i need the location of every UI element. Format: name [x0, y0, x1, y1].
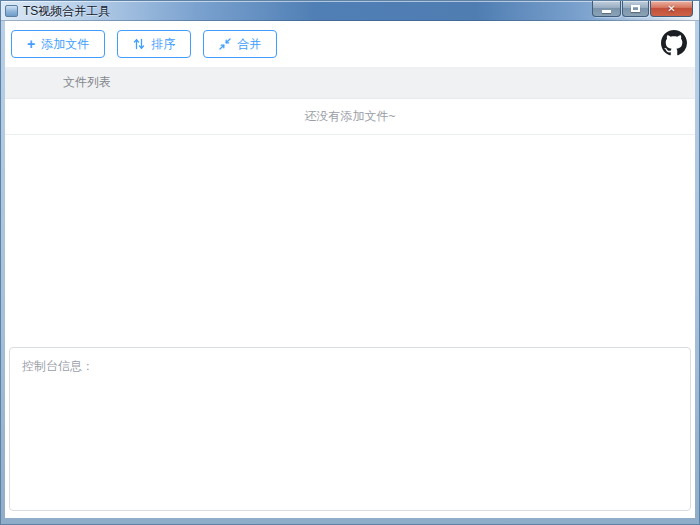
add-files-label: 添加文件: [41, 38, 89, 50]
file-list-area: [5, 135, 695, 347]
merge-label: 合并: [237, 38, 261, 50]
maximize-icon: [631, 5, 640, 12]
maximize-button[interactable]: [622, 1, 649, 17]
titlebar[interactable]: TS视频合并工具 ✕: [1, 1, 699, 21]
window-title: TS视频合并工具: [23, 3, 110, 20]
sort-label: 排序: [151, 38, 175, 50]
close-button[interactable]: ✕: [650, 1, 693, 17]
app-window: TS视频合并工具 ✕ + 添加文件: [0, 0, 700, 525]
app-content: + 添加文件 排序 合并: [5, 21, 695, 518]
sort-icon: [133, 38, 145, 50]
toolbar: + 添加文件 排序 合并: [5, 21, 695, 67]
sort-button[interactable]: 排序: [117, 30, 191, 58]
merge-button[interactable]: 合并: [203, 30, 277, 58]
github-icon: [661, 30, 687, 56]
file-list-empty-text: 还没有添加文件~: [304, 108, 395, 125]
file-list-header-label: 文件列表: [63, 74, 111, 91]
github-link[interactable]: [661, 30, 687, 56]
console-box[interactable]: 控制台信息：: [9, 347, 691, 511]
console-label: 控制台信息：: [22, 359, 94, 373]
file-list-empty-row: 还没有添加文件~: [5, 99, 695, 135]
add-files-button[interactable]: + 添加文件: [11, 30, 105, 58]
minimize-icon: [602, 10, 611, 13]
minimize-button[interactable]: [592, 1, 621, 17]
merge-icon: [219, 38, 231, 50]
close-icon: ✕: [667, 4, 675, 14]
caption-buttons: ✕: [591, 1, 693, 17]
plus-icon: +: [27, 37, 35, 51]
app-icon: [5, 5, 18, 17]
file-list-header: 文件列表: [5, 67, 695, 99]
